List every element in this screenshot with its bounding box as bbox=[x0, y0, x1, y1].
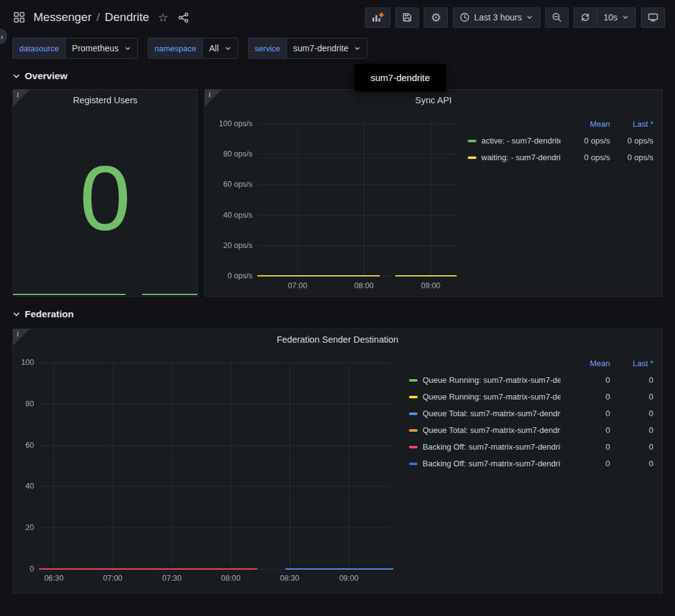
legend-sort-last[interactable]: Last * bbox=[615, 359, 653, 368]
breadcrumb-page[interactable]: Dendrite bbox=[105, 11, 149, 24]
section-row-overview[interactable]: Overview bbox=[12, 71, 663, 82]
x-axis: 06:3007:0007:3008:0008:3009:00 bbox=[39, 574, 393, 584]
gridline bbox=[39, 445, 393, 446]
legend-row[interactable]: waiting: - sum7-dendrite 0 ops/s 0 ops/s bbox=[468, 149, 653, 166]
panel-title[interactable]: Sync API bbox=[205, 90, 662, 108]
legend-row[interactable]: Backing Off: sum7-matrix-sum7-dendrite 0… bbox=[409, 438, 653, 455]
refresh-interval-dropdown[interactable]: 10s bbox=[596, 7, 636, 28]
legend-rows: Queue Running: sum7-matrix-sum7-dendrite… bbox=[409, 372, 653, 472]
series-name[interactable]: waiting: - sum7-dendrite bbox=[481, 153, 561, 162]
x-axis-tick: 06:30 bbox=[44, 574, 63, 583]
series-name[interactable]: Queue Total: sum7-matrix-sum7-dendrite bbox=[423, 426, 561, 435]
service-value: sum7-dendrite bbox=[293, 43, 349, 53]
refresh-button[interactable] bbox=[574, 7, 596, 28]
time-range-label: Last 3 hours bbox=[474, 12, 522, 22]
save-icon bbox=[402, 12, 412, 22]
save-dashboard-button[interactable] bbox=[395, 7, 419, 28]
series-name[interactable]: active: - sum7-dendrite bbox=[481, 136, 561, 145]
series-name[interactable]: Backing Off: sum7-matrix-sum7-dendrite bbox=[423, 442, 561, 451]
share-icon bbox=[178, 12, 189, 23]
gridline bbox=[39, 528, 393, 528]
service-dropdown-option[interactable]: sum7-dendrite bbox=[355, 64, 446, 92]
gridline bbox=[257, 184, 458, 185]
gridline bbox=[39, 486, 393, 487]
series-line bbox=[257, 275, 380, 276]
dashboard-settings-button[interactable]: ⚙ bbox=[424, 7, 448, 28]
service-dropdown[interactable]: sum7-dendrite bbox=[286, 38, 368, 59]
legend-sort-mean[interactable]: Mean bbox=[565, 359, 610, 368]
namespace-dropdown[interactable]: All bbox=[202, 38, 238, 59]
x-axis-tick: 09:00 bbox=[339, 574, 358, 583]
series-last-value: 0 bbox=[615, 409, 653, 418]
series-color-marker bbox=[409, 446, 418, 448]
x-axis-tick: 07:30 bbox=[162, 574, 181, 583]
gridline bbox=[431, 124, 431, 276]
datasource-value: Prometheus bbox=[72, 43, 118, 53]
refresh-icon bbox=[580, 12, 590, 22]
tv-mode-button[interactable] bbox=[641, 7, 665, 28]
zoom-out-button[interactable] bbox=[545, 7, 569, 28]
clock-icon bbox=[460, 12, 470, 22]
legend-row[interactable]: Queue Running: sum7-matrix-sum7-dendrite… bbox=[409, 388, 653, 405]
legend-sort-mean[interactable]: Mean bbox=[565, 119, 610, 129]
series-last-value: 0 ops/s bbox=[615, 153, 653, 162]
series-last-value: 0 ops/s bbox=[615, 136, 653, 145]
legend-row[interactable]: Backing Off: sum7-matrix-sum7-dendrite 0… bbox=[409, 455, 653, 472]
sparkline-segment bbox=[142, 294, 197, 295]
series-last-value: 0 bbox=[615, 375, 653, 385]
info-icon: i bbox=[17, 330, 19, 339]
settings-gear-icon: ⚙ bbox=[431, 12, 441, 24]
panel-info-corner-icon[interactable]: i bbox=[13, 90, 30, 106]
star-button[interactable]: ☆ bbox=[157, 11, 170, 25]
legend-row[interactable]: Queue Total: sum7-matrix-sum7-dendrite 0… bbox=[409, 405, 653, 422]
share-button[interactable] bbox=[177, 11, 190, 24]
chevron-down-icon bbox=[12, 310, 20, 319]
add-panel-button[interactable] bbox=[365, 7, 390, 28]
series-mean-value: 0 ops/s bbox=[565, 136, 610, 145]
y-axis-tick: 40 bbox=[25, 482, 34, 490]
series-name[interactable]: Queue Running: sum7-matrix-sum7-dendrite bbox=[423, 392, 561, 401]
gridline bbox=[257, 154, 458, 155]
add-panel-icon bbox=[372, 12, 384, 23]
panel-info-corner-icon[interactable]: i bbox=[205, 90, 221, 106]
gridline bbox=[257, 246, 458, 246]
breadcrumb-folder[interactable]: Messenger bbox=[33, 11, 92, 24]
time-range-picker[interactable]: Last 3 hours bbox=[453, 7, 540, 28]
y-axis-tick: 40 ops/s bbox=[223, 211, 252, 220]
panel-info-corner-icon[interactable]: i bbox=[13, 329, 30, 346]
apps-grid-icon[interactable] bbox=[12, 11, 26, 24]
legend-row[interactable]: Queue Running: sum7-matrix-sum7-dendrite… bbox=[409, 372, 653, 388]
series-color-marker bbox=[409, 379, 418, 382]
chevron-down-icon bbox=[124, 45, 131, 52]
series-mean-value: 0 bbox=[565, 392, 610, 401]
plot-area[interactable] bbox=[257, 124, 458, 276]
series-name[interactable]: Queue Running: sum7-matrix-sum7-dendrite bbox=[423, 375, 561, 385]
series-name[interactable]: Backing Off: sum7-matrix-sum7-dendrite bbox=[423, 459, 561, 468]
series-name[interactable]: Queue Total: sum7-matrix-sum7-dendrite bbox=[423, 409, 561, 418]
info-icon: i bbox=[17, 90, 19, 100]
series-line bbox=[39, 568, 257, 570]
y-axis-tick: 100 bbox=[21, 358, 34, 367]
y-axis-tick: 20 ops/s bbox=[223, 241, 252, 250]
series-last-value: 0 bbox=[615, 426, 653, 435]
tv-mode-icon bbox=[648, 12, 658, 22]
panel-title[interactable]: Federation Sender Destination bbox=[13, 329, 662, 348]
y-axis-tick: 0 bbox=[30, 565, 34, 573]
datasource-dropdown[interactable]: Prometheus bbox=[65, 38, 137, 59]
panel-title[interactable]: Registerd Users bbox=[13, 90, 197, 108]
series-color-marker bbox=[409, 413, 418, 415]
section-row-federation[interactable]: Federation bbox=[12, 309, 663, 320]
plot-area[interactable] bbox=[39, 362, 393, 569]
variable-namespace: namespace All bbox=[148, 38, 238, 59]
legend-row[interactable]: Queue Total: sum7-matrix-sum7-dendrite 0… bbox=[409, 422, 653, 438]
gridline bbox=[257, 124, 458, 124]
legend-row[interactable]: active: - sum7-dendrite 0 ops/s 0 ops/s bbox=[468, 132, 653, 149]
variable-datasource: datasource Prometheus bbox=[12, 38, 138, 59]
dashboard-body: Overview i Registerd Users 0 i Sync API … bbox=[0, 71, 675, 594]
y-axis-tick: 80 bbox=[25, 400, 34, 408]
gridline bbox=[54, 362, 54, 569]
panel-registered-users: i Registerd Users 0 bbox=[12, 89, 198, 297]
legend-sort-last[interactable]: Last * bbox=[615, 119, 653, 129]
chevron-down-icon bbox=[225, 45, 231, 52]
variable-service: service sum7-dendrite bbox=[248, 38, 368, 59]
